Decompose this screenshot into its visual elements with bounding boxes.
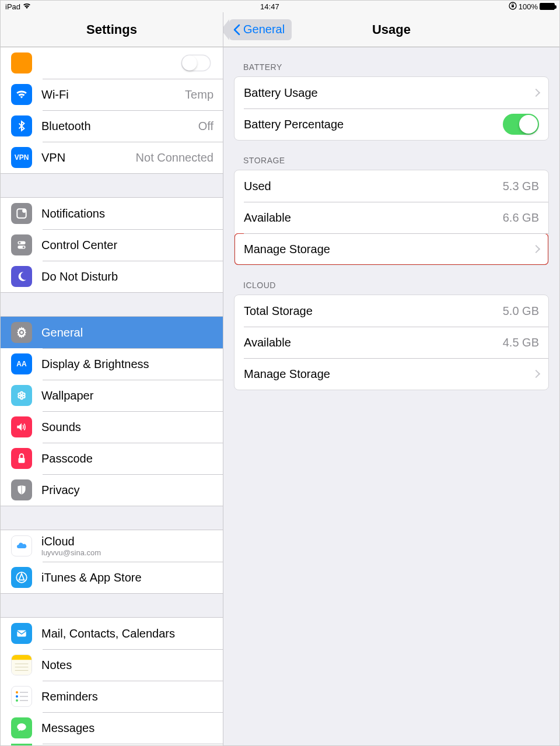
control-center-label: Control Center: [41, 239, 214, 252]
battery-usage-row[interactable]: Battery Usage: [235, 77, 548, 108]
sidebar-item-vpn[interactable]: VPN VPN Not Connected: [1, 142, 223, 173]
sidebar-item-icloud[interactable]: iCloud luyvvu@sina.com: [1, 530, 223, 562]
appstore-icon: [11, 567, 32, 588]
svg-point-7: [23, 246, 24, 248]
privacy-icon: [11, 479, 32, 500]
wifi-status-icon: [23, 2, 31, 11]
settings-sidebar: Settings Wi-Fi Temp: [1, 12, 223, 745]
mail-label: Mail, Contacts, Calendars: [41, 627, 214, 640]
wallpaper-label: Wallpaper: [41, 389, 214, 402]
sidebar-item-privacy[interactable]: Privacy: [1, 474, 223, 506]
icloud-label: iCloud: [41, 535, 214, 548]
dnd-label: Do Not Disturb: [41, 270, 214, 283]
bluetooth-icon: [11, 115, 32, 136]
dnd-icon: [11, 266, 32, 287]
messages-label: Messages: [41, 722, 214, 735]
chevron-icon: [532, 370, 540, 378]
wifi-label: Wi-Fi: [41, 88, 185, 101]
battery-percentage: 100%: [519, 2, 538, 11]
svg-rect-19: [12, 655, 32, 660]
sidebar-item-notifications[interactable]: Notifications: [1, 198, 223, 229]
svg-point-6: [19, 242, 20, 244]
sidebar-navbar: Settings: [1, 12, 223, 47]
icloud-group: Total Storage 5.0 GB Available 4.5 GB Ma…: [234, 295, 549, 390]
lock-icon: [11, 448, 32, 469]
svg-rect-16: [19, 458, 25, 463]
icloud-icon: [11, 535, 32, 556]
icloud-header: ICLOUD: [223, 265, 559, 295]
notes-label: Notes: [41, 659, 214, 672]
sounds-label: Sounds: [41, 421, 214, 434]
storage-available-value: 6.6 GB: [503, 211, 539, 225]
control-center-icon: [11, 234, 32, 255]
manage-storage-row[interactable]: Manage Storage: [235, 233, 548, 265]
icloud-total-label: Total Storage: [244, 304, 503, 318]
icloud-available-value: 4.5 GB: [503, 336, 539, 349]
storage-header: STORAGE: [223, 141, 559, 170]
sidebar-item-notes[interactable]: Notes: [1, 649, 223, 681]
icloud-total-row: Total Storage 5.0 GB: [235, 295, 548, 327]
chevron-icon: [532, 245, 540, 253]
svg-point-3: [22, 209, 26, 213]
display-icon: AA: [11, 353, 32, 374]
back-button[interactable]: General: [229, 19, 292, 40]
wifi-icon: [11, 84, 32, 105]
privacy-label: Privacy: [41, 484, 214, 497]
sidebar-item-sounds[interactable]: Sounds: [1, 411, 223, 443]
general-label: General: [41, 326, 214, 339]
storage-used-value: 5.3 GB: [503, 180, 539, 193]
reminders-icon: [11, 686, 32, 707]
notifications-label: Notifications: [41, 207, 214, 220]
vpn-value: Not Connected: [136, 151, 214, 164]
content-navbar: General Usage: [223, 12, 559, 47]
sidebar-item-control-center[interactable]: Control Center: [1, 229, 223, 261]
sidebar-item-wifi[interactable]: Wi-Fi Temp: [1, 79, 223, 110]
sidebar-item-display[interactable]: AA Display & Brightness: [1, 348, 223, 380]
gear-icon: [11, 322, 32, 343]
airplane-toggle[interactable]: [181, 55, 211, 72]
icloud-total-value: 5.0 GB: [503, 304, 539, 318]
sidebar-item-reminders[interactable]: Reminders: [1, 681, 223, 712]
sidebar-item-wallpaper[interactable]: Wallpaper: [1, 380, 223, 411]
sidebar-item-itunes[interactable]: iTunes & App Store: [1, 562, 223, 593]
battery-percentage-toggle[interactable]: [503, 114, 539, 135]
sidebar-item-bluetooth[interactable]: Bluetooth Off: [1, 110, 223, 142]
display-label: Display & Brightness: [41, 358, 214, 371]
storage-available-label: Available: [244, 211, 503, 225]
chevron-icon: [532, 89, 540, 97]
svg-rect-18: [17, 631, 26, 637]
clock: 14:47: [260, 2, 279, 11]
sidebar-item-partial[interactable]: [1, 744, 223, 745]
bluetooth-value: Off: [198, 120, 214, 133]
icloud-available-row: Available 4.5 GB: [235, 327, 548, 358]
icloud-subtext: luyvvu@sina.com: [41, 548, 214, 557]
icloud-available-label: Available: [244, 336, 503, 349]
storage-used-label: Used: [244, 180, 503, 193]
sidebar-title: Settings: [86, 22, 137, 37]
status-bar: iPad 14:47 100%: [1, 1, 559, 12]
storage-group: Used 5.3 GB Available 6.6 GB Manage Stor…: [234, 170, 549, 265]
partial-icon: [11, 744, 32, 745]
svg-rect-1: [512, 5, 514, 8]
reminders-label: Reminders: [41, 690, 214, 703]
storage-used-row: Used 5.3 GB: [235, 170, 548, 202]
sidebar-item-dnd[interactable]: Do Not Disturb: [1, 261, 223, 292]
icloud-manage-row[interactable]: Manage Storage: [235, 358, 548, 390]
device-label: iPad: [5, 2, 20, 11]
content-pane: General Usage BATTERY Battery Usage Batt…: [223, 12, 559, 745]
itunes-label: iTunes & App Store: [41, 571, 214, 584]
sidebar-item-mail[interactable]: Mail, Contacts, Calendars: [1, 618, 223, 649]
sounds-icon: [11, 416, 32, 437]
svg-point-24: [16, 691, 18, 694]
sidebar-item-messages[interactable]: Messages: [1, 712, 223, 744]
svg-point-26: [16, 699, 18, 702]
sidebar-item-general[interactable]: General: [1, 317, 223, 348]
manage-storage-label: Manage Storage: [244, 243, 527, 256]
messages-icon: [11, 717, 32, 738]
orientation-lock-icon: [509, 2, 517, 12]
svg-point-25: [16, 695, 18, 698]
sidebar-item-passcode[interactable]: Passcode: [1, 443, 223, 474]
content-title: Usage: [372, 22, 411, 37]
battery-header: BATTERY: [223, 47, 559, 76]
sidebar-item-airplane[interactable]: [1, 47, 223, 79]
